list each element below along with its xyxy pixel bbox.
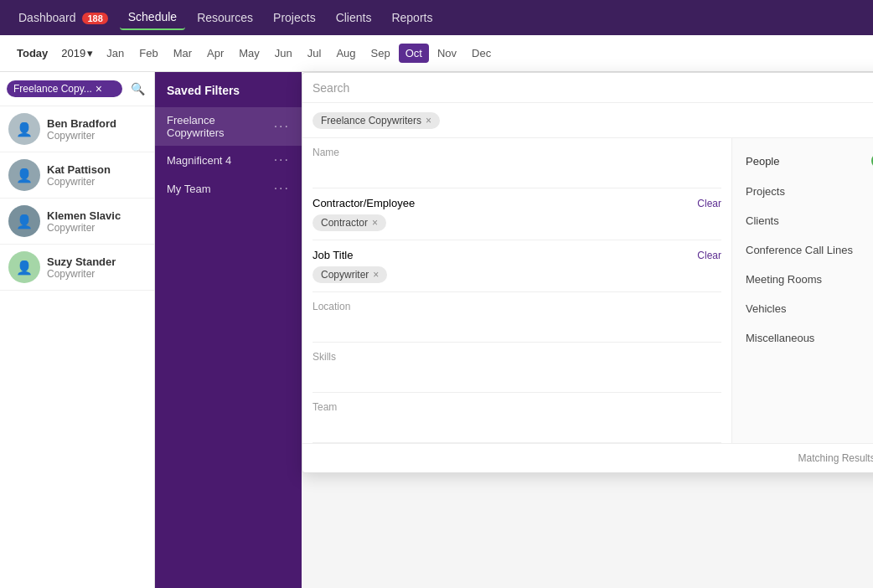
contractor-label: Contractor/Employee [313,197,415,209]
saved-filters-panel: Saved Filters Freelance Copywriters ··· … [155,72,302,588]
resource-misc[interactable]: Miscellaneous [732,323,873,353]
sidebar-search-button[interactable]: 🔍 [127,79,147,99]
saved-filter-magnificent[interactable]: Magnificent 4 ··· [155,146,302,174]
filter-skills-field: Skills [313,343,721,393]
resource-meeting[interactable]: Meeting Rooms [732,265,873,294]
nav-resources[interactable]: Resources [189,6,261,29]
filter-jobtitle-field: Job Title Clear Copywriter × [313,240,721,292]
contractor-clear-button[interactable]: Clear [697,198,721,209]
saved-filter-myteam[interactable]: My Team ··· [155,174,302,203]
jobtitle-clear-button[interactable]: Clear [697,250,721,261]
location-label: Location [313,301,721,312]
month-jul[interactable]: Jul [301,44,328,63]
month-jan[interactable]: Jan [100,44,131,63]
name-input[interactable] [313,163,721,179]
filter-chips-row: Freelance Copywriters × ⓘ [302,103,873,138]
matching-results: Matching Results: 4 [798,452,873,464]
month-sep[interactable]: Sep [364,44,397,63]
contractor-tag[interactable]: Contractor × [313,214,386,231]
resource-vehicles[interactable]: Vehicles [732,294,873,323]
filter-search-bar: 🔍 [302,73,873,103]
person-role-ben: Copywriter [47,130,146,142]
filter-chip-remove[interactable]: × [426,115,431,126]
person-role-klemen: Copywriter [47,222,146,234]
resource-clients[interactable]: Clients [732,206,873,235]
month-aug[interactable]: Aug [329,44,362,63]
filter-name-field: Name [313,138,721,188]
filter-search-input[interactable] [313,81,866,95]
month-dec[interactable]: Dec [465,44,498,63]
nav-reports[interactable]: Reports [383,6,441,29]
jobtitle-tag-remove[interactable]: × [373,269,379,281]
avatar-kat: 👤 [8,159,40,191]
filter-body: Name Contractor/Employee Clear Contracto… [302,138,873,443]
resource-projects[interactable]: Projects [732,177,873,206]
person-item-klemen[interactable]: 👤 Klemen Slavic Copywriter [0,199,154,245]
contractor-tag-remove[interactable]: × [372,217,378,229]
month-apr[interactable]: Apr [200,44,230,63]
filter-chip-bar: Freelance Copy... × 🔍 [0,72,154,106]
avatar-suzy: 👤 [8,251,40,283]
filter-contractor-field: Contractor/Employee Clear Contractor × [313,188,721,240]
saved-filter-freelance[interactable]: Freelance Copywriters ··· [155,107,302,146]
filter-team-field: Team [313,393,721,443]
person-role-kat: Copywriter [47,176,146,188]
jobtitle-tag[interactable]: Copywriter × [313,266,387,283]
nav-projects[interactable]: Projects [265,6,324,29]
date-bar: Today 2019 ▾ Jan Feb Mar Apr May Jun Jul… [0,35,873,72]
top-nav: Dashboard 188 Schedule Resources Project… [0,0,873,35]
team-label: Team [313,401,721,413]
month-jun[interactable]: Jun [268,44,299,63]
person-name-ben: Ben Bradford [47,117,146,130]
month-mar[interactable]: Mar [167,44,199,63]
filter-chip-close[interactable]: × [96,83,102,95]
filter-form: Name Contractor/Employee Clear Contracto… [302,138,732,443]
month-may[interactable]: May [232,44,266,63]
resource-conference[interactable]: Conference Call Lines [732,235,873,265]
skills-input[interactable] [313,368,721,384]
resource-people[interactable]: People [732,145,873,177]
year-selector[interactable]: 2019 ▾ [56,44,98,63]
main-content: Freelance Copy... × 🔍 👤 Ben Bradford Cop… [0,72,873,588]
person-name-klemen: Klemen Slavic [47,209,146,222]
team-input[interactable] [313,418,721,434]
jobtitle-label: Job Title [313,249,353,261]
active-filter-chip[interactable]: Freelance Copy... × [7,80,122,97]
filter-footer: Matching Results: 4 [302,443,873,472]
today-button[interactable]: Today [10,44,54,63]
location-input[interactable] [313,317,721,333]
left-sidebar: Freelance Copy... × 🔍 👤 Ben Bradford Cop… [0,72,155,588]
resource-type-list: People Projects Clients Conference Call … [732,138,873,443]
month-feb[interactable]: Feb [132,44,164,63]
saved-filter-dots-freelance[interactable]: ··· [274,119,290,134]
avatar-ben: 👤 [8,113,40,145]
saved-filters-title: Saved Filters [155,80,302,107]
name-field-label: Name [313,147,721,158]
avatar-klemen: 👤 [8,205,40,237]
saved-filter-dots-magnificent[interactable]: ··· [274,152,290,168]
person-item-kat[interactable]: 👤 Kat Pattison Copywriter [0,152,154,199]
month-nov[interactable]: Nov [431,44,463,63]
person-item-ben[interactable]: 👤 Ben Bradford Copywriter [0,106,154,152]
nav-clients[interactable]: Clients [328,6,380,29]
filter-overlay: 🔍 Freelance Copywriters × ⓘ Name [302,72,873,473]
filter-active-chip[interactable]: Freelance Copywriters × [313,112,440,129]
nav-dashboard[interactable]: Dashboard 188 [10,6,116,29]
nav-schedule[interactable]: Schedule [120,5,185,30]
person-name-suzy: Suzy Stander [47,255,146,268]
month-oct[interactable]: Oct [399,44,429,63]
person-name-kat: Kat Pattison [47,163,146,176]
saved-filter-dots-myteam[interactable]: ··· [274,181,290,196]
dashboard-badge: 188 [82,13,107,24]
person-item-suzy[interactable]: 👤 Suzy Stander Copywriter [0,245,154,291]
person-role-suzy: Copywriter [47,268,146,280]
skills-label: Skills [313,351,721,363]
filter-location-field: Location [313,292,721,343]
